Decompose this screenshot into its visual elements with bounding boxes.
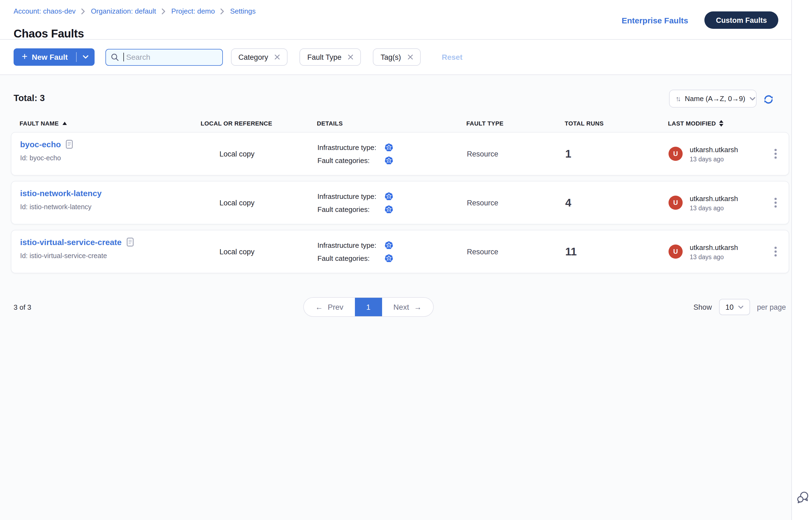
per-page-label: per page xyxy=(757,303,786,311)
fault-details: Infrastructure type: Fault categories: xyxy=(283,142,457,165)
local-or-reference-value: Local copy xyxy=(191,248,283,256)
chevron-down-icon xyxy=(82,55,88,59)
modified-by: utkarsh.utkarsh xyxy=(690,243,738,251)
arrow-right-icon: → xyxy=(414,303,422,311)
enterprise-faults-tab[interactable]: Enterprise Faults xyxy=(621,16,688,25)
search-input[interactable] xyxy=(125,52,217,62)
filter-chips: Category Fault Type Tag(s) xyxy=(231,48,421,66)
refresh-button[interactable] xyxy=(763,94,774,105)
top-header: Account: chaos-dev Organization: default… xyxy=(0,0,792,40)
close-icon[interactable] xyxy=(275,54,280,60)
fault-name-link[interactable]: istio-network-latency xyxy=(20,188,191,198)
faults-table: FAULT NAME LOCAL OR REFERENCE DETAILS FA… xyxy=(11,118,789,279)
total-runs-value: 4 xyxy=(555,197,647,209)
faults-view-switcher: Enterprise Faults Custom Faults xyxy=(621,11,778,29)
column-header-fault-name[interactable]: FAULT NAME xyxy=(11,120,190,127)
chat-bubbles-icon xyxy=(796,491,809,504)
close-icon[interactable] xyxy=(407,54,413,60)
breadcrumb: Account: chaos-dev Organization: default… xyxy=(14,7,256,15)
table-row[interactable]: istio-virtual-service-create Id: istio-v… xyxy=(11,230,789,273)
total-runs-value: 11 xyxy=(555,245,647,258)
search-icon xyxy=(110,53,119,61)
next-page-button[interactable]: Next → xyxy=(382,298,433,316)
fault-categories-label: Fault categories: xyxy=(318,205,384,213)
filter-chip-label: Category xyxy=(238,53,268,61)
breadcrumb-account[interactable]: Account: chaos-dev xyxy=(14,7,76,15)
modified-by: utkarsh.utkarsh xyxy=(690,145,738,154)
modified-time: 13 days ago xyxy=(690,254,738,260)
kubernetes-icon xyxy=(384,205,394,214)
faults-list-area: Total: 3 ↑↓ Name (A→Z, 0→9) FAULT NAME L… xyxy=(0,75,792,520)
page-size-select[interactable]: 10 xyxy=(719,299,750,315)
infrastructure-type-label: Infrastructure type: xyxy=(318,192,384,200)
breadcrumb-organization[interactable]: Organization: default xyxy=(91,7,156,15)
search-field[interactable] xyxy=(105,49,223,66)
fault-details: Infrastructure type: Fault categories: xyxy=(283,240,457,263)
page-title: Chaos Faults xyxy=(14,27,84,40)
new-fault-button[interactable]: + New Fault xyxy=(14,48,76,66)
new-fault-split-button[interactable]: + New Fault xyxy=(14,48,94,66)
local-or-reference-value: Local copy xyxy=(191,199,283,207)
last-modified-cell: U utkarsh.utkarsh 13 days ago xyxy=(647,145,761,162)
sort-dropdown[interactable]: ↑↓ Name (A→Z, 0→9) xyxy=(669,90,757,108)
fault-id: Id: istio-network-latency xyxy=(20,203,191,211)
avatar: U xyxy=(668,196,683,210)
fault-name-link[interactable]: istio-virtual-service-create xyxy=(20,237,191,247)
kubernetes-icon xyxy=(384,156,394,165)
modified-time: 13 days ago xyxy=(690,156,738,162)
pagination-range-label: 3 of 3 xyxy=(14,303,31,311)
fault-id: Id: istio-virtual-service-create xyxy=(20,252,191,260)
right-panel-strip xyxy=(791,0,812,520)
file-icon xyxy=(127,237,134,247)
prev-page-button[interactable]: ← Prev xyxy=(304,298,355,316)
filter-chip-label: Fault Type xyxy=(307,53,341,61)
plus-icon: + xyxy=(22,52,27,61)
last-modified-cell: U utkarsh.utkarsh 13 days ago xyxy=(647,194,761,211)
fault-details: Infrastructure type: Fault categories: xyxy=(283,191,457,214)
table-row[interactable]: byoc-echo Id: byoc-echo Local copy Infra… xyxy=(11,132,789,176)
chat-feedback-button[interactable] xyxy=(796,491,809,504)
custom-faults-tab[interactable]: Custom Faults xyxy=(704,11,778,29)
avatar: U xyxy=(668,244,683,259)
close-icon[interactable] xyxy=(348,54,353,60)
infrastructure-type-label: Infrastructure type: xyxy=(318,241,384,249)
filter-chip-tags[interactable]: Tag(s) xyxy=(373,48,421,66)
sort-asc-icon xyxy=(62,122,67,125)
sort-arrows-icon: ↑↓ xyxy=(676,95,681,103)
fault-type-value: Resource xyxy=(457,150,555,158)
breadcrumb-settings[interactable]: Settings xyxy=(230,7,256,15)
chevron-right-icon xyxy=(161,8,166,15)
row-menu-button[interactable] xyxy=(771,195,780,211)
filter-chip-fault-type[interactable]: Fault Type xyxy=(300,48,361,66)
column-header-fault-type: FAULT TYPE xyxy=(457,120,554,127)
kubernetes-icon xyxy=(384,142,394,152)
filter-chip-category[interactable]: Category xyxy=(231,48,288,66)
column-header-last-modified[interactable]: LAST MODIFIED xyxy=(647,120,761,127)
pagination-control: ← Prev 1 Next → xyxy=(303,297,433,317)
row-menu-button[interactable] xyxy=(771,244,780,260)
breadcrumb-project[interactable]: Project: demo xyxy=(171,7,215,15)
page-number-button[interactable]: 1 xyxy=(355,298,382,316)
reset-filters-button[interactable]: Reset xyxy=(438,52,465,62)
fault-name-link[interactable]: byoc-echo xyxy=(20,140,191,149)
arrow-left-icon: ← xyxy=(315,303,323,311)
new-fault-dropdown-button[interactable] xyxy=(76,48,94,66)
sort-selected-label: Name (A→Z, 0→9) xyxy=(685,95,745,103)
local-or-reference-value: Local copy xyxy=(191,150,283,158)
last-modified-cell: U utkarsh.utkarsh 13 days ago xyxy=(647,243,761,260)
total-runs-value: 1 xyxy=(555,148,647,160)
fault-type-value: Resource xyxy=(457,199,555,207)
row-menu-button[interactable] xyxy=(771,146,780,162)
fault-categories-label: Fault categories: xyxy=(318,156,384,164)
table-row[interactable]: istio-network-latency Id: istio-network-… xyxy=(11,181,789,225)
total-count-label: Total: 3 xyxy=(14,93,45,103)
kubernetes-icon xyxy=(384,254,394,263)
avatar: U xyxy=(668,147,683,161)
refresh-icon xyxy=(763,94,774,105)
column-header-details: DETAILS xyxy=(283,120,457,127)
kubernetes-icon xyxy=(384,191,394,201)
show-label: Show xyxy=(693,303,712,311)
modified-by: utkarsh.utkarsh xyxy=(690,194,738,202)
chevron-down-icon xyxy=(750,97,756,101)
chaos-faults-page: Account: chaos-dev Organization: default… xyxy=(0,0,812,520)
